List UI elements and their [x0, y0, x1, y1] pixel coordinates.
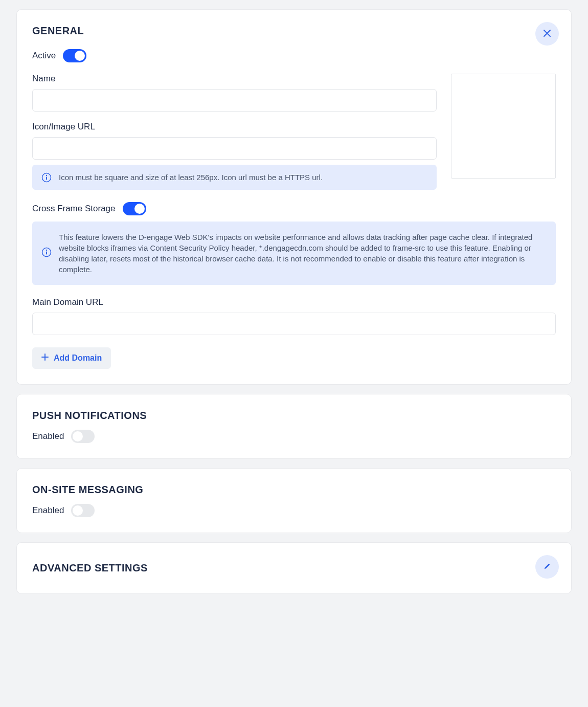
- svg-rect-5: [46, 252, 47, 255]
- push-enabled-toggle[interactable]: [71, 430, 95, 443]
- onsite-enabled-toggle[interactable]: [71, 504, 95, 517]
- icon-info-banner: Icon must be square and size of at least…: [32, 165, 437, 190]
- onsite-title: ON-SITE MESSAGING: [32, 484, 556, 496]
- toggle-knob: [75, 51, 85, 61]
- main-domain-input[interactable]: [32, 313, 556, 335]
- add-domain-button[interactable]: Add Domain: [32, 347, 111, 369]
- icon-info-text: Icon must be square and size of at least…: [59, 172, 323, 183]
- push-title: PUSH NOTIFICATIONS: [32, 410, 556, 422]
- cross-frame-toggle[interactable]: [123, 202, 146, 215]
- onsite-enabled-label: Enabled: [32, 505, 64, 516]
- add-domain-label: Add Domain: [54, 354, 102, 363]
- push-enabled-label: Enabled: [32, 431, 64, 441]
- general-title: GENERAL: [32, 25, 556, 37]
- cross-frame-label: Cross Frame Storage: [32, 204, 116, 214]
- push-section: PUSH NOTIFICATIONS Enabled: [16, 394, 572, 459]
- main-domain-field: Main Domain URL: [32, 297, 556, 335]
- plus-icon: [41, 354, 49, 363]
- cross-frame-info-text: This feature lowers the D-engage Web SDK…: [59, 232, 547, 275]
- info-icon: [41, 172, 52, 183]
- name-input[interactable]: [32, 89, 437, 112]
- name-icon-row: Name Icon/Image URL Icon must be square …: [32, 74, 556, 190]
- active-label: Active: [32, 51, 56, 61]
- name-label: Name: [32, 74, 437, 84]
- info-icon: [41, 247, 52, 257]
- svg-point-1: [46, 175, 47, 176]
- icon-url-field: Icon/Image URL Icon must be square and s…: [32, 122, 437, 190]
- icon-url-label: Icon/Image URL: [32, 122, 437, 132]
- general-section: GENERAL Active Name Icon/Image URL: [16, 9, 572, 385]
- onsite-enabled-row: Enabled: [32, 504, 556, 517]
- toggle-knob: [134, 204, 145, 214]
- active-row: Active: [32, 49, 556, 62]
- toggle-knob: [73, 505, 83, 516]
- active-toggle[interactable]: [63, 49, 86, 62]
- name-field: Name: [32, 74, 437, 112]
- onsite-section: ON-SITE MESSAGING Enabled: [16, 468, 572, 533]
- icon-preview: [451, 74, 556, 179]
- svg-point-4: [46, 250, 47, 251]
- pencil-icon: [544, 563, 551, 571]
- close-button[interactable]: [535, 22, 559, 46]
- icon-url-input[interactable]: [32, 137, 437, 160]
- edit-button[interactable]: [535, 555, 559, 579]
- advanced-title: ADVANCED SETTINGS: [32, 562, 556, 574]
- main-domain-label: Main Domain URL: [32, 297, 556, 307]
- toggle-knob: [73, 431, 83, 441]
- cross-frame-row: Cross Frame Storage: [32, 202, 556, 215]
- close-icon: [544, 30, 551, 38]
- advanced-section: ADVANCED SETTINGS: [16, 542, 572, 594]
- push-enabled-row: Enabled: [32, 430, 556, 443]
- svg-rect-2: [46, 177, 47, 180]
- cross-frame-info-banner: This feature lowers the D-engage Web SDK…: [32, 222, 556, 285]
